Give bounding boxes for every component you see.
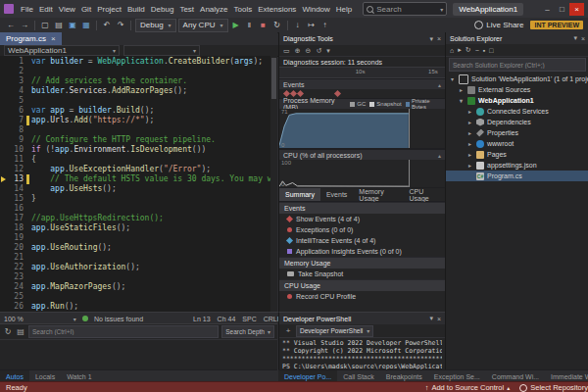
cpu-section-header[interactable]: CPU (% of all processors) ▴ xyxy=(279,149,445,160)
stop-debugging-button[interactable]: ■ xyxy=(258,21,270,29)
breakpoint-margin[interactable] xyxy=(0,184,8,194)
open-file-icon[interactable]: ▤ xyxy=(53,21,65,29)
menu-item-edit[interactable]: Edit xyxy=(36,4,56,15)
close-tab-icon[interactable]: × xyxy=(51,34,56,43)
code-line[interactable]: 17//app.UseHttpsRedirection(); xyxy=(0,214,277,223)
record-cpu-profile-button[interactable]: Record CPU Profile xyxy=(279,291,445,302)
continue-button[interactable]: ▶ xyxy=(230,21,242,29)
zoom-out-icon[interactable]: ⊖ xyxy=(306,47,312,55)
timeline-ruler[interactable]: 10s15s xyxy=(279,67,445,78)
tree-item-appsettings-json[interactable]: ▸appsettings.json xyxy=(446,160,588,171)
chevron-down-icon[interactable]: ▾ xyxy=(573,34,577,42)
maximize-button[interactable]: □ xyxy=(555,3,569,16)
breakpoint-margin[interactable] xyxy=(0,57,8,67)
code-line[interactable]: 4builder.Services.AddRazorPages(); xyxy=(0,86,277,96)
breakpoint-margin[interactable] xyxy=(0,233,8,243)
code-line[interactable]: 11{ xyxy=(0,155,277,165)
code-line[interactable]: 1var builder = WebApplication.CreateBuil… xyxy=(0,57,277,67)
search-depth-dropdown[interactable]: Search Depth▾ xyxy=(221,325,274,338)
column-indicator[interactable]: Ch 44 xyxy=(218,316,236,322)
breakpoint-margin[interactable] xyxy=(0,292,8,302)
navigate-forward-icon[interactable]: → xyxy=(19,21,30,29)
breakpoint-margin[interactable] xyxy=(0,116,8,125)
code-line[interactable]: 15} xyxy=(0,194,277,204)
menu-item-view[interactable]: View xyxy=(56,4,78,15)
navigate-back-icon[interactable]: ← xyxy=(5,21,17,29)
summary-row-show-events[interactable]: Show Events (4 of 4) xyxy=(279,214,445,224)
reset-view-icon[interactable]: ↺ xyxy=(316,47,321,55)
diagnostics-tab-memory-usage[interactable]: Memory Usage xyxy=(353,188,403,201)
breakpoint-margin[interactable] xyxy=(0,263,8,272)
code-line[interactable]: 13 // The default HSTS value is 30 days.… xyxy=(0,174,277,184)
chevron-down-icon[interactable]: ▾ xyxy=(326,47,330,55)
code-line[interactable]: 8 xyxy=(0,125,277,135)
code-line[interactable]: 23 xyxy=(0,272,277,282)
solution-explorer-search-input[interactable] xyxy=(449,58,586,72)
breakpoint-margin[interactable] xyxy=(0,135,8,145)
code-line[interactable]: 7app.Urls.Add("https://*"); xyxy=(0,116,277,125)
chevron-down-icon[interactable]: ▾ xyxy=(429,315,433,322)
save-all-icon[interactable]: ▦ xyxy=(80,21,92,29)
cpu-chart[interactable]: 100 0 xyxy=(279,160,445,188)
project-dropdown[interactable]: WebApplication1▾ xyxy=(4,45,120,56)
menu-item-analyze[interactable]: Analyze xyxy=(197,4,230,15)
breakpoint-margin[interactable] xyxy=(0,67,8,76)
solution-configurations-dropdown[interactable]: Debug▾ xyxy=(135,19,176,32)
breakpoint-margin[interactable] xyxy=(0,106,8,116)
tree-item-connected-services[interactable]: ▸Connected Services xyxy=(446,106,588,117)
collapse-icon[interactable]: ▴ xyxy=(438,152,441,159)
zoom-in-icon[interactable]: ⊕ xyxy=(295,47,301,55)
selection-tool-icon[interactable]: ▭ xyxy=(283,47,290,55)
diagnostics-tab-cpu-usage[interactable]: CPU Usage xyxy=(404,188,445,201)
editor-scrollbar[interactable] xyxy=(270,56,277,312)
sync-with-active-document-icon[interactable]: ↻ xyxy=(466,46,471,54)
collapse-all-icon[interactable]: − xyxy=(475,47,479,54)
chevron-right-icon[interactable]: ▸ xyxy=(466,140,473,147)
undo-icon[interactable]: ↶ xyxy=(101,21,113,29)
code-line[interactable]: 14 app.UseHsts(); xyxy=(0,184,277,194)
events-track[interactable] xyxy=(279,89,445,98)
code-line[interactable]: 22app.UseAuthorization(); xyxy=(0,263,277,272)
chevron-right-icon[interactable]: ▸ xyxy=(466,162,473,169)
breakpoint-margin[interactable] xyxy=(0,165,8,174)
diagnostic-tools-header[interactable]: Diagnostic Tools ▾ × xyxy=(279,32,445,45)
new-terminal-icon[interactable]: + xyxy=(283,326,293,335)
code-line[interactable]: 6var app = builder.Build(); xyxy=(0,106,277,116)
menu-item-debug[interactable]: Debug xyxy=(148,4,177,15)
code-line[interactable]: 19 xyxy=(0,233,277,243)
tree-item-webapplication1[interactable]: ▾WebApplication1 xyxy=(446,95,588,106)
menu-item-file[interactable]: File xyxy=(18,4,36,15)
breakpoint-margin[interactable] xyxy=(0,76,8,86)
menu-item-help[interactable]: Help xyxy=(333,4,355,15)
breakpoint-margin[interactable] xyxy=(0,223,8,233)
tree-item-dependencies[interactable]: ▸Dependencies xyxy=(446,117,588,127)
event-marker[interactable] xyxy=(290,90,297,97)
add-to-source-control-button[interactable]: ↑ Add to Source Control ▴ xyxy=(425,383,511,392)
summary-row-exceptions[interactable]: Exceptions (0 of 0) xyxy=(279,224,445,235)
tree-item-solution-webapplication1-1-of-1-project[interactable]: ▾Solution 'WebApplication1' (1 of 1 proj… xyxy=(446,74,588,84)
summary-row-intellitrace[interactable]: IntelliTrace Events (4 of 4) xyxy=(279,235,445,246)
code-line[interactable]: 5 xyxy=(0,96,277,106)
chevron-right-icon[interactable]: ▸ xyxy=(466,108,473,115)
columns-icon[interactable]: ▤ xyxy=(16,327,25,336)
tree-item-program-cs[interactable]: Program.cs xyxy=(446,171,588,181)
health-status[interactable]: No issues found xyxy=(94,316,143,322)
breakpoint-margin[interactable] xyxy=(0,243,8,253)
solution-platforms-dropdown[interactable]: Any CPU▾ xyxy=(178,19,228,32)
chevron-down-icon[interactable]: ▾ xyxy=(449,75,456,82)
autos-search-input[interactable] xyxy=(28,325,219,338)
code-line[interactable]: 12 app.UseExceptionHandler("/Error"); xyxy=(0,165,277,174)
breakpoint-margin[interactable] xyxy=(0,194,8,204)
breakpoint-margin[interactable] xyxy=(0,155,8,165)
refresh-icon[interactable]: ↻ xyxy=(3,327,13,336)
collapse-icon[interactable]: ▴ xyxy=(438,81,441,88)
type-dropdown[interactable]: ▾ xyxy=(123,45,200,56)
code-line[interactable]: 21 xyxy=(0,253,277,263)
chevron-down-icon[interactable]: ▾ xyxy=(429,35,433,43)
quick-search-box[interactable]: Search ▾ xyxy=(363,2,447,16)
code-line[interactable]: 16 xyxy=(0,204,277,214)
code-line[interactable]: 2 xyxy=(0,67,277,76)
tree-item-pages[interactable]: ▸Pages xyxy=(446,149,588,160)
memory-chart[interactable]: 71 0 xyxy=(279,109,445,149)
diagnostics-tab-summary[interactable]: Summary xyxy=(279,188,320,201)
